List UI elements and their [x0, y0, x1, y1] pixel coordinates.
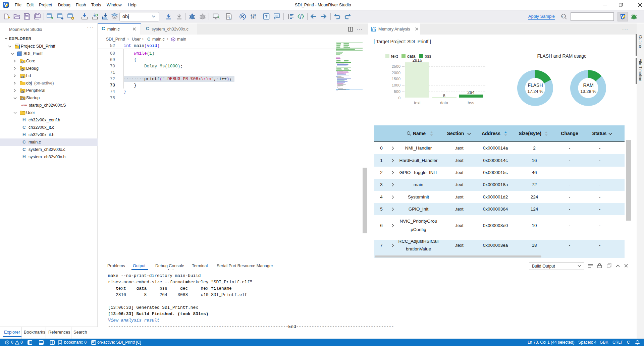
svg-text:GB: GB	[21, 91, 24, 93]
svg-text:?: ?	[265, 14, 268, 19]
svg-text:GB: GB	[21, 69, 24, 71]
svg-text:GB: GB	[21, 61, 24, 63]
svg-text:GB: GB	[21, 98, 24, 100]
svg-text:GB: GB	[21, 76, 24, 78]
